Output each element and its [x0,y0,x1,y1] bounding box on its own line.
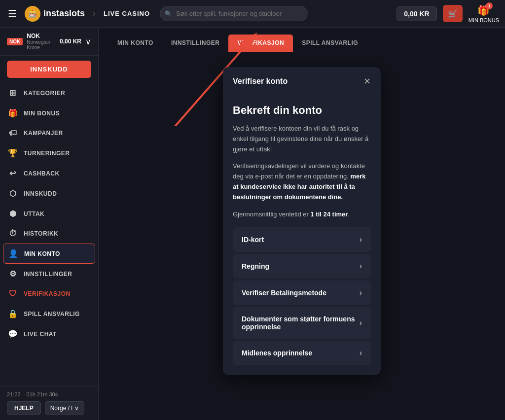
sidebar-item-min-bonus[interactable]: 🎁 MIN BONUS [0,103,98,123]
main-content: MIN KONTOINNSTILLINGERVERIFIKASJONSPILL … [99,28,505,420]
cashback-icon: ↩ [8,169,18,178]
modal-item-midlenes[interactable]: Midlenes opprinnelse › [233,341,371,365]
modal-header: Verifiser konto ✕ [223,67,381,94]
sidebar-label-innstillinger: INNSTILLINGER [24,271,72,278]
sidebar: NOK NOK Norwegian Krone 0,00 KR ∨ INNSKU… [0,28,99,420]
sidebar-footer: 21:22 01h 21m 30s HJELP Norge / l ∨ [0,386,98,420]
search-container [160,6,308,21]
uttak-icon: ⬢ [8,209,18,218]
nav-separator: › [93,8,96,19]
currency-chevron: ∨ [85,37,91,46]
modal-verifiser-konto: Verifiser konto ✕ Bekreft din konto Ved … [223,67,381,375]
lang-label: Norge / l [50,405,72,412]
sidebar-label-verifikasjon: VERIFIKASJON [24,290,71,297]
sidebar-item-spill-ansvarlig[interactable]: 🔒 SPILL ANSVARLIG [0,304,98,324]
language-button[interactable]: Norge / l ∨ [45,401,84,415]
modal-body: Bekreft din konto Ved å verifisere konto… [223,94,381,375]
currency-full-name: Norwegian Krone [27,39,56,50]
modal-item-chevron-id-kort: › [360,235,362,244]
modal-item-id-kort[interactable]: ID-kort › [233,227,371,252]
modal-item-chevron-dokumenter: › [360,318,362,327]
modal-item-regning[interactable]: Regning › [233,254,371,279]
currency-amount: 0,00 KR [60,38,81,45]
help-button[interactable]: HJELP [7,401,41,415]
logo-text: instaslots [43,8,85,19]
live-chat-icon: 💬 [8,329,18,339]
sidebar-item-uttak[interactable]: ⬢ UTTAK [0,204,98,224]
lang-chevron: ∨ [74,405,79,412]
sidebar-label-cashback: CASHBACK [24,170,60,177]
modal-item-label-midlenes: Midlenes opprinnelse [242,349,312,357]
sidebar-item-kategorier[interactable]: ⊞ KATEGORIER [0,83,98,103]
modal-item-chevron-midlenes: › [360,349,362,357]
balance-button[interactable]: 0,00 KR [397,6,436,21]
historikk-icon: ⏱ [8,229,18,238]
sidebar-label-turneringer: TURNERINGER [24,150,70,157]
sidebar-label-min-konto: MIN KONTO [24,250,60,257]
modal-desc-3-plain: Gjennomsnittlig ventetid er [233,210,311,218]
sidebar-label-uttak: UTTAK [24,210,44,217]
logo[interactable]: 🎰 instaslots [25,6,85,22]
currency-selector[interactable]: NOK NOK Norwegian Krone 0,00 KR ∨ [0,28,98,56]
sidebar-item-min-konto[interactable]: 👤 MIN KONTO [3,244,95,264]
sidebar-item-innskudd[interactable]: ⬡ INNSKUDD [0,183,98,204]
currency-name: NOK [27,33,56,39]
modal-item-label-regning: Regning [242,262,269,270]
modal-item-chevron-betalingsmetode: › [360,288,362,297]
tab-min-konto[interactable]: MIN KONTO [108,35,162,52]
sidebar-item-historikk[interactable]: ⏱ HISTORIKK [0,224,98,244]
bonus-button[interactable]: 🎁 1 MIN BONUS [469,4,499,23]
sidebar-item-turneringer[interactable]: 🏆 TURNERINGER [0,143,98,163]
innskudd-icon: ⬡ [8,189,18,198]
header-right: 0,00 KR 🛒 🎁 1 MIN BONUS [397,4,499,23]
modal-item-betalingsmetode[interactable]: Verifiser Betalingsmetode › [233,280,371,305]
sidebar-label-historikk: HISTORIKK [24,230,58,237]
modal-heading: Bekreft din konto [233,104,371,117]
bonus-icon: 🎁 1 [477,4,490,16]
sidebar-label-kampanjer: KAMPANJER [24,130,63,137]
sidebar-label-kategorier: KATEGORIER [24,90,65,97]
live-casino-label: LIVE CASINO [104,10,150,17]
modal-desc-2-plain: Verifiseringsavdelingen vil vurdere og k… [233,162,365,180]
sidebar-label-live-chat: LIVE CHAT [24,331,57,338]
modal-overlay: Verifiser konto ✕ Bekreft din konto Ved … [99,52,505,420]
modal-desc-3-bold: 1 til 24 timer [311,210,348,218]
currency-info: NOK Norwegian Krone [27,33,56,50]
sidebar-item-live-chat[interactable]: 💬 LIVE CHAT [0,324,98,344]
header: ☰ 🎰 instaslots › LIVE CASINO 0,00 KR 🛒 🎁… [0,0,505,28]
tab-spill-ansvarlig[interactable]: SPILL ANSVARLIG [293,35,367,52]
cart-button[interactable]: 🛒 [443,5,463,22]
tabs-bar: MIN KONTOINNSTILLINGERVERIFIKASJONSPILL … [99,28,505,52]
modal-desc-3: Gjennomsnittlig ventetid er 1 til 24 tim… [233,210,371,220]
footer-time: 21:22 [7,391,21,397]
modal-item-label-id-kort: ID-kort [242,236,264,244]
sidebar-label-min-bonus: MIN BONUS [24,110,60,117]
modal-list: ID-kort ›Regning ›Verifiser Betalingsmet… [233,227,371,365]
logo-icon: 🎰 [25,6,40,22]
deposit-button[interactable]: INNSKUDD [7,61,91,78]
modal-desc-1: Ved å verifisere kontoen din vil du få r… [233,124,371,154]
modal-item-label-dokumenter: Dokumenter som støtter formuens opprinne… [242,315,360,331]
search-input[interactable] [160,6,308,21]
verifikasjon-icon: 🛡 [8,289,18,298]
modal-desc-2: Verifiseringsavdelingen vil vurdere og k… [233,161,371,202]
sidebar-item-verifikasjon[interactable]: 🛡 VERIFIKASJON [0,284,98,304]
innstillinger-icon: ⚙ [8,269,18,279]
kategorier-icon: ⊞ [8,88,18,98]
turneringer-icon: 🏆 [8,148,18,158]
bonus-badge: 1 [486,2,493,9]
sidebar-item-kampanjer[interactable]: 🏷 KAMPANJER [0,123,98,143]
sidebar-nav: ⊞ KATEGORIER🎁 MIN BONUS🏷 KAMPANJER🏆 TURN… [0,83,98,386]
hamburger-icon[interactable]: ☰ [6,6,19,22]
tab-innstillinger[interactable]: INNSTILLINGER [162,35,229,52]
sidebar-item-innstillinger[interactable]: ⚙ INNSTILLINGER [0,264,98,284]
modal-item-label-betalingsmetode: Verifiser Betalingsmetode [242,289,326,297]
sidebar-item-cashback[interactable]: ↩ CASHBACK [0,163,98,183]
modal-item-dokumenter[interactable]: Dokumenter som støtter formuens opprinne… [233,307,371,339]
bonus-label: MIN BONUS [469,17,499,23]
modal-close-button[interactable]: ✕ [363,76,371,87]
currency-flag: NOK [7,38,23,45]
tab-verifikasjon[interactable]: VERIFIKASJON [228,35,293,52]
min-bonus-icon: 🎁 [8,108,18,118]
kampanjer-icon: 🏷 [8,129,18,138]
